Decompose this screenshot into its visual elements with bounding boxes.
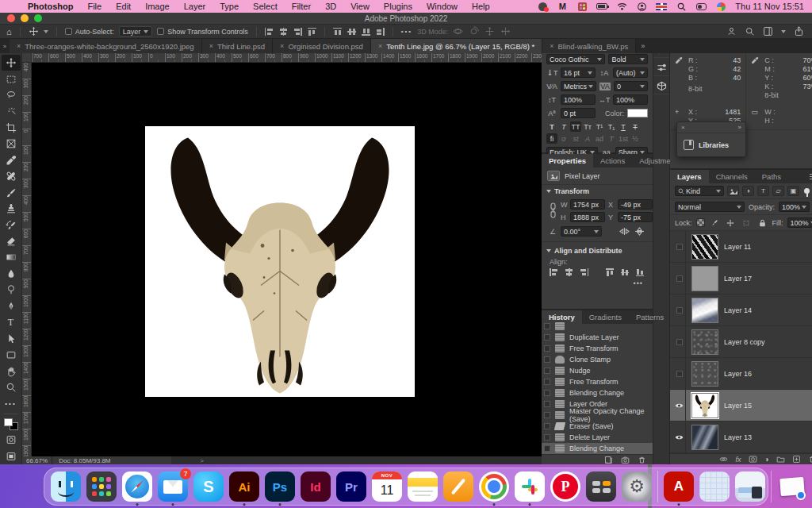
new-group-icon[interactable] — [776, 455, 785, 464]
lock-artboard-icon[interactable]: ⬚ — [741, 217, 753, 228]
close-popup-icon[interactable]: × — [681, 124, 685, 131]
align-top-icon[interactable] — [606, 268, 615, 276]
lock-position-icon[interactable] — [725, 217, 737, 228]
search-icon[interactable] — [745, 26, 755, 37]
battery-icon[interactable] — [596, 2, 607, 11]
layer-row[interactable]: Layer 13 — [670, 421, 812, 453]
tab-overflow-left-icon[interactable]: » — [0, 39, 10, 53]
clone-stamp-tool[interactable] — [2, 201, 21, 217]
new-snapshot-icon[interactable] — [621, 456, 630, 464]
leading-dropdown[interactable]: (Auto) — [613, 67, 648, 78]
close-tab-icon[interactable]: × — [550, 42, 553, 50]
all-caps-button[interactable]: TT — [570, 121, 581, 132]
layer-thumbnail[interactable] — [691, 329, 718, 355]
layer-row[interactable]: Layer 11 — [670, 231, 812, 263]
foreground-color-swatch[interactable] — [4, 418, 13, 426]
3d-orbit-icon[interactable] — [453, 26, 463, 37]
superscript-button[interactable]: T¹ — [594, 121, 605, 132]
align-horizontal-centers-icon[interactable] — [279, 28, 288, 36]
close-tab-icon[interactable]: × — [378, 42, 382, 50]
vertical-scale-field[interactable]: 100% — [561, 94, 596, 105]
tab-properties[interactable]: Properties — [542, 154, 593, 167]
history-state-row[interactable]: Duplicate Layer — [542, 332, 653, 343]
history-source-checkbox[interactable] — [544, 356, 550, 363]
dock-pages-icon[interactable] — [443, 471, 473, 502]
layer-thumbnail[interactable] — [691, 425, 718, 450]
strikethrough-button[interactable]: T — [630, 121, 641, 132]
quick-mask-button[interactable] — [2, 432, 21, 448]
history-source-checkbox[interactable] — [544, 401, 550, 407]
layer-thumbnail[interactable] — [691, 266, 718, 291]
history-state-row[interactable]: Nudge — [542, 365, 653, 376]
filter-smart-objects-icon[interactable]: ▣ — [787, 186, 799, 196]
libraries-label[interactable]: Libraries — [699, 141, 729, 149]
align-top-edges-icon[interactable] — [308, 28, 316, 36]
magic-wand-tool[interactable] — [2, 103, 21, 119]
x-field[interactable]: -49 px — [618, 199, 653, 210]
dock-indesign-icon[interactable]: Id — [301, 471, 331, 502]
workspace-chevron-icon[interactable] — [781, 30, 786, 33]
history-source-checkbox[interactable] — [544, 323, 550, 329]
dock-chrome-icon[interactable] — [479, 471, 509, 502]
history-state-row[interactable]: Master Opacity Change (Save) — [542, 410, 653, 421]
path-select-tool[interactable] — [2, 330, 21, 346]
history-source-checkbox[interactable] — [544, 345, 550, 352]
dock-photoshop-icon[interactable]: Ps — [265, 471, 295, 502]
distribute-right-icon[interactable] — [376, 28, 385, 36]
history-source-checkbox[interactable] — [544, 368, 550, 374]
auto-select-target-dropdown[interactable]: Layer — [119, 26, 153, 37]
angle-dropdown[interactable]: 0.00° — [561, 226, 602, 237]
extension-icon[interactable] — [576, 2, 588, 11]
dock-pinterest-icon[interactable]: P — [550, 471, 580, 502]
link-layers-icon[interactable] — [719, 455, 728, 464]
layer-name[interactable]: Layer 16 — [724, 370, 752, 378]
menu-item[interactable]: Help — [465, 2, 497, 11]
tab-overflow-right-icon[interactable]: » — [636, 39, 649, 53]
opacity-field[interactable]: 100% — [779, 202, 810, 212]
layer-name[interactable]: Layer 13 — [724, 433, 752, 441]
marquee-tool[interactable] — [2, 71, 21, 87]
dock-safari-icon[interactable] — [122, 471, 152, 502]
healing-brush-tool[interactable] — [2, 168, 21, 184]
layer-row[interactable]: Layer 16 — [670, 358, 812, 390]
status-chevron-icon[interactable]: > — [200, 457, 204, 464]
visibility-toggle[interactable] — [673, 421, 686, 452]
history-source-checkbox[interactable] — [544, 390, 550, 396]
dock-screenshot-file-icon[interactable] — [777, 471, 807, 502]
dock-system-preferences-icon[interactable]: ⚙ — [622, 471, 652, 502]
3d-panel-icon[interactable] — [653, 79, 669, 94]
titling-alternates-button[interactable]: T — [606, 133, 617, 144]
document-tab[interactable]: ×Blind-walking_BW.ps — [542, 39, 636, 53]
document-tab[interactable]: ×Third Line.psd — [202, 39, 273, 53]
delete-layer-icon[interactable] — [808, 455, 812, 464]
font-style-dropdown[interactable]: Bold — [608, 54, 648, 64]
blend-mode-dropdown[interactable]: Normal — [675, 202, 745, 212]
horizontal-scale-field[interactable]: 100% — [613, 94, 648, 105]
dock-notes-icon[interactable] — [408, 471, 438, 502]
tool-presets-panel-icon[interactable] — [653, 60, 669, 76]
history-state-row[interactable]: Clone Stamp — [542, 354, 653, 365]
checkbox-icon[interactable] — [157, 28, 164, 35]
new-document-from-state-icon[interactable] — [604, 456, 613, 464]
menu-item[interactable]: Plugins — [377, 2, 419, 11]
layer-name[interactable]: Layer 15 — [724, 402, 752, 410]
align-right-icon[interactable] — [580, 268, 588, 276]
eyedropper-plus-icon[interactable] — [751, 56, 761, 100]
checkbox-icon[interactable] — [65, 28, 72, 35]
edit-toolbar-button[interactable]: ••• — [2, 395, 21, 411]
document-tab-active[interactable]: ×Tenth Line.jpg @ 66.7% (Layer 15, RGB/8… — [371, 39, 542, 53]
input-source-uk-flag-icon[interactable] — [656, 2, 667, 11]
filter-pin-icon[interactable] — [804, 188, 810, 194]
menu-item[interactable]: File — [80, 2, 109, 11]
dock-launchpad-icon[interactable] — [86, 471, 117, 502]
history-state-row[interactable]: Free Transform — [542, 343, 653, 354]
browser-assistant-icon[interactable] — [715, 2, 726, 11]
height-field[interactable]: 1888 px — [570, 212, 605, 222]
align-section-header[interactable]: Align and Distribute — [542, 244, 653, 257]
wifi-icon[interactable] — [616, 2, 627, 11]
dock-skype-icon[interactable]: S — [193, 471, 224, 502]
dock-finder-icon[interactable] — [51, 471, 81, 502]
workspace-switcher-icon[interactable] — [763, 26, 773, 37]
subscript-button[interactable]: T₁ — [606, 121, 617, 132]
layer-name[interactable]: Layer 14 — [724, 306, 752, 314]
